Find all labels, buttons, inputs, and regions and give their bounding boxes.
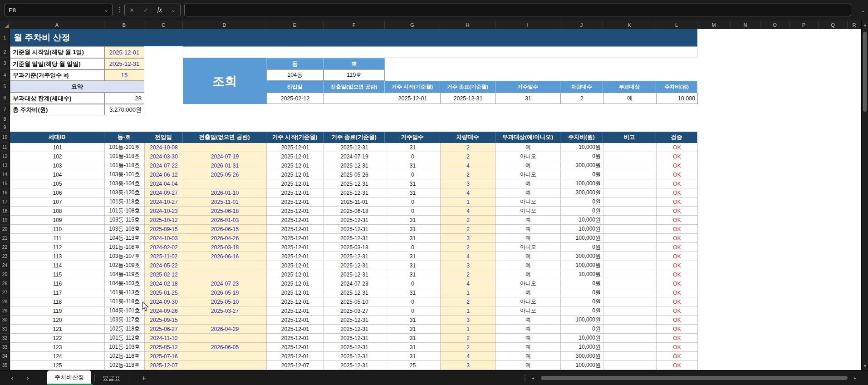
cell-validation[interactable]: OK — [657, 270, 698, 279]
row-header[interactable]: 31 — [0, 325, 10, 334]
table-row[interactable]: 123 101동-103호 2025-05-12 2026-06-05 2025… — [10, 343, 697, 352]
cell-residence-days[interactable]: 0 — [385, 170, 441, 179]
cell-levy-target[interactable]: 예 — [496, 216, 561, 225]
cell-residence-end[interactable]: 2025-11-01 — [324, 197, 385, 207]
row-header[interactable]: 10 — [0, 132, 10, 143]
cell-move-in-date[interactable]: 2024-10-27 — [145, 197, 183, 207]
table-row[interactable]: 116 104동-103호 2024-02-18 2024-07-23 2025… — [10, 279, 697, 288]
row-header[interactable]: 26 — [0, 279, 10, 288]
row-header[interactable]: 2 — [0, 46, 10, 58]
cell-parking-fee[interactable]: 300,000원 — [561, 252, 603, 261]
cell-move-in-date[interactable]: 2025-11-02 — [145, 252, 183, 261]
sheet-nav-right-icon[interactable]: › — [26, 370, 29, 385]
table-row[interactable]: 109 103동-115호 2025-10-12 2026-01-03 2025… — [10, 216, 697, 225]
column-header[interactable]: A — [10, 21, 104, 29]
scroll-up-icon[interactable]: ▲ — [862, 23, 868, 27]
cell-move-in-date[interactable]: 2024-11-10 — [145, 334, 183, 343]
cell-vehicle-count[interactable]: 2 — [441, 297, 496, 306]
cell-residence-end[interactable]: 2025-12-31 — [324, 316, 385, 325]
cell-levy-target[interactable]: 아니오 — [496, 207, 561, 216]
cell-parking-fee[interactable]: 300,000원 — [561, 188, 603, 197]
table-header-cell[interactable]: 세대ID — [10, 132, 104, 143]
cell-dong-ho[interactable]: 101동-118호 — [105, 297, 145, 306]
select-all-corner[interactable] — [0, 21, 10, 29]
cell-residence-start[interactable]: 2025-12-01 — [267, 179, 324, 188]
row-header[interactable]: 19 — [0, 216, 10, 225]
cell-levy-target[interactable]: 예 — [496, 188, 561, 197]
cell-vehicle-count[interactable]: 2 — [441, 170, 496, 179]
cell-dong-ho[interactable]: 103동-103호 — [105, 225, 145, 234]
cell-residence-days[interactable]: 0 — [385, 152, 441, 161]
cell-parking-fee[interactable]: 0원 — [561, 306, 603, 316]
cell-dong-ho[interactable]: 104동-101호 — [105, 306, 145, 316]
cell-dong-ho[interactable]: 104동-119호 — [105, 270, 145, 279]
cell-validation[interactable]: OK — [657, 197, 698, 207]
cell-residence-days[interactable]: 31 — [385, 234, 441, 243]
cell-residence-start[interactable]: 2025-12-01 — [267, 197, 324, 207]
cell-parking-fee[interactable]: 0원 — [561, 170, 603, 179]
cell-residence-end[interactable]: 2025-12-31 — [324, 188, 385, 197]
cell-move-out-date[interactable] — [183, 334, 267, 343]
cell-household-id[interactable]: 103 — [10, 161, 105, 170]
cell-note[interactable] — [603, 234, 657, 243]
cell-move-out-date[interactable] — [183, 261, 267, 270]
summary-label-levy-total[interactable]: 부과대상 합계(세대수) — [10, 93, 104, 104]
cell-vehicle-count[interactable]: 2 — [441, 143, 496, 152]
cell-residence-end[interactable]: 2025-12-31 — [324, 261, 385, 270]
column-header[interactable]: H — [440, 21, 495, 29]
column-header[interactable]: D — [183, 21, 266, 29]
cell-validation[interactable]: OK — [657, 216, 698, 225]
cell-dong-ho[interactable]: 101동-112호 — [105, 334, 145, 343]
cell-household-id[interactable]: 121 — [10, 325, 105, 334]
row-header[interactable]: 35 — [0, 361, 10, 370]
cell-validation[interactable]: OK — [657, 179, 698, 188]
cell-move-out-date[interactable]: 2026-01-03 — [183, 216, 267, 225]
table-row[interactable]: 108 101동-108호 2024-10-23 2025-06-18 2025… — [10, 207, 697, 216]
cell-vehicle-count[interactable]: 4 — [441, 252, 496, 261]
cell-move-in-date[interactable]: 2025-02-12 — [145, 270, 183, 279]
cell-parking-fee[interactable]: 300,000원 — [561, 352, 603, 361]
cell-dong-ho[interactable]: 101동-108호 — [105, 207, 145, 216]
cell-validation[interactable]: OK — [657, 279, 698, 288]
row-header[interactable]: 18 — [0, 207, 10, 216]
cell-residence-end[interactable]: 2025-12-31 — [324, 161, 385, 170]
cell-parking-fee[interactable]: 10,000원 — [561, 216, 603, 225]
kebab-icon[interactable]: ⋮ — [522, 374, 528, 381]
cell-parking-fee[interactable]: 0원 — [561, 207, 603, 216]
cell-levy-target[interactable]: 아니오 — [496, 197, 561, 207]
cell-vehicle-count[interactable]: 3 — [441, 179, 496, 188]
cell-vehicle-count[interactable]: 3 — [441, 361, 496, 370]
cell-move-out-date[interactable] — [183, 179, 267, 188]
row-header[interactable]: 16 — [0, 188, 10, 197]
table-row[interactable]: 118 101동-118호 2024-09-30 2025-05-10 2025… — [10, 297, 697, 306]
cell-note[interactable] — [603, 143, 657, 152]
cell-validation[interactable]: OK — [657, 252, 698, 261]
cell-residence-days[interactable]: 31 — [385, 352, 441, 361]
cell-validation[interactable]: OK — [657, 225, 698, 234]
row-header[interactable]: 25 — [0, 270, 10, 279]
lookup-result-cell[interactable]: 예 — [603, 93, 657, 104]
cell-levy-target[interactable]: 예 — [496, 179, 561, 188]
cell-levy-target[interactable]: 예 — [496, 161, 561, 170]
cell-levy-target[interactable]: 아니오 — [496, 279, 561, 288]
row-header[interactable]: 33 — [0, 343, 10, 352]
param-value-month-end[interactable]: 2025-12-31 — [104, 58, 144, 69]
cell-move-in-date[interactable]: 2024-09-26 — [145, 306, 183, 316]
cell-dong-ho[interactable]: 102동-118호 — [105, 361, 145, 370]
cell-parking-fee[interactable]: 0원 — [561, 279, 603, 288]
accept-icon[interactable]: ✓ — [143, 7, 148, 14]
cell-residence-start[interactable]: 2025-12-01 — [267, 325, 324, 334]
cell-note[interactable] — [603, 279, 657, 288]
cell-move-in-date[interactable]: 2025-01-25 — [145, 288, 183, 297]
cell-parking-fee[interactable]: 10,000원 — [561, 225, 603, 234]
cell-levy-target[interactable]: 예 — [496, 325, 561, 334]
cell-household-id[interactable]: 112 — [10, 243, 105, 252]
cell-note[interactable] — [603, 243, 657, 252]
cell-residence-end[interactable]: 2025-12-31 — [324, 270, 385, 279]
cell-move-in-date[interactable]: 2024-09-27 — [145, 188, 183, 197]
cell-residence-start[interactable]: 2025-12-01 — [267, 207, 324, 216]
cell-vehicle-count[interactable]: 4 — [441, 279, 496, 288]
cell-move-in-date[interactable]: 2024-05-22 — [145, 261, 183, 270]
cell-validation[interactable]: OK — [657, 143, 698, 152]
cell-residence-end[interactable]: 2025-06-18 — [324, 207, 385, 216]
